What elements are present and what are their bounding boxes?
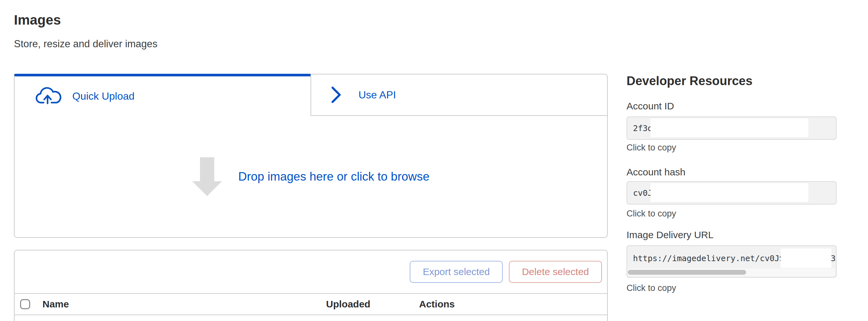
redaction-overlay <box>651 183 808 202</box>
list-toolbar: Export selected Delete selected <box>14 250 607 294</box>
column-header-uploaded: Uploaded <box>326 299 370 310</box>
cloud-upload-icon <box>35 87 63 106</box>
delivery-url-label: Image Delivery URL <box>626 229 713 241</box>
account-id-value: 2f3d <box>633 123 652 133</box>
export-selected-button[interactable]: Export selected <box>410 261 503 283</box>
dropzone-label: Drop images here or click to browse <box>238 170 430 183</box>
account-hash-value: cv0J <box>633 188 652 198</box>
account-hash-field[interactable]: cv0J <box>626 181 837 205</box>
page-subtitle: Store, resize and deliver images <box>14 38 157 50</box>
account-hash-copy-hint: Click to copy <box>626 208 676 219</box>
column-header-name: Name <box>42 299 69 310</box>
delete-selected-button[interactable]: Delete selected <box>509 261 602 283</box>
column-header-actions: Actions <box>419 299 455 310</box>
redaction-overlay <box>780 249 831 268</box>
developer-resources-title: Developer Resources <box>626 73 753 89</box>
redaction-overlay <box>651 118 808 137</box>
delivery-url-copy-hint: Click to copy <box>626 283 676 293</box>
delivery-url-value-fragment: 3 <box>831 254 836 263</box>
account-id-label: Account ID <box>626 100 674 112</box>
arrow-down-icon <box>192 157 222 196</box>
select-all-checkbox[interactable] <box>20 299 30 309</box>
account-id-field[interactable]: 2f3d <box>626 116 837 140</box>
list-header-row: Name Uploaded Actions <box>14 294 607 315</box>
images-page: Images Store, resize and deliver images … <box>0 0 868 321</box>
upload-tabs: Quick Upload Use API <box>14 74 608 116</box>
image-list-panel: Export selected Delete selected Name Upl… <box>14 250 608 321</box>
delivery-url-value: https://imagedelivery.net/cv0JSj <box>633 254 789 263</box>
account-id-copy-hint: Click to copy <box>626 142 676 153</box>
tab-quick-upload[interactable]: Quick Upload <box>14 74 311 116</box>
tab-quick-upload-label: Quick Upload <box>72 90 134 102</box>
horizontal-scrollbar-thumb[interactable] <box>628 270 746 275</box>
tab-use-api[interactable]: Use API <box>311 74 608 116</box>
delivery-url-field[interactable]: https://imagedelivery.net/cv0JSj 3 <box>626 245 837 278</box>
account-hash-label: Account hash <box>626 166 685 178</box>
tab-use-api-label: Use API <box>359 89 396 101</box>
image-dropzone[interactable]: Drop images here or click to browse <box>14 116 608 238</box>
developer-resources-panel: Developer Resources Account ID 2f3d Clic… <box>626 0 837 321</box>
page-title: Images <box>14 12 61 29</box>
chevron-right-icon <box>331 86 342 104</box>
